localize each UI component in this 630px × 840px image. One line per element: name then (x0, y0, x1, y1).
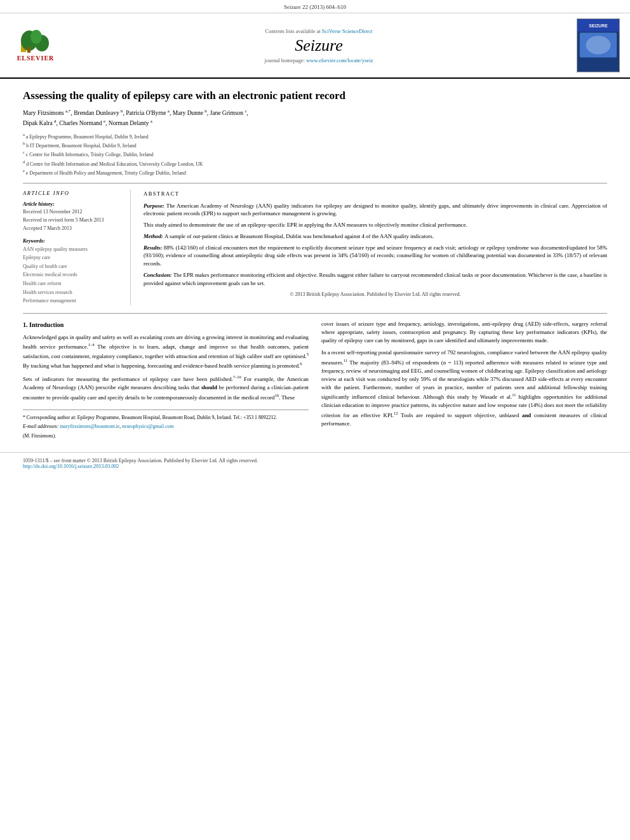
svg-point-9 (586, 36, 611, 54)
keyword-6: Health services research (23, 288, 121, 297)
author-mary-f: Mary Fitzsimons a,* (23, 110, 70, 116)
keyword-7: Performance management (23, 297, 121, 305)
body-right-para2: In a recent self-reporting postal questi… (321, 349, 607, 427)
abstract-header: ABSTRACT (144, 190, 607, 197)
svg-point-3 (30, 30, 42, 44)
doi-link[interactable]: http://dx.doi.org/10.1016/j.seizure.2013… (23, 463, 119, 469)
section-divider (23, 313, 607, 314)
keywords-label: Keywords: (23, 238, 121, 244)
journal-center: Contents lists available at SciVerse Sci… (67, 28, 570, 63)
keyword-1: AAN epilepsy quality measures (23, 245, 121, 254)
body-section: 1. Introduction Acknowledged gaps in qua… (23, 320, 607, 442)
sciverse-link[interactable]: SciVerse ScienceDirect (322, 28, 373, 34)
svg-rect-10 (577, 59, 619, 71)
date-accepted: Accepted 7 March 2013 (23, 225, 121, 233)
affil-e: e e Department of Health Policy and Mana… (23, 168, 607, 177)
body-left-col: 1. Introduction Acknowledged gaps in qua… (23, 320, 309, 442)
footer-issn: 1059-1311/$ – see front matter © 2013 Br… (23, 458, 607, 463)
section1-heading: 1. Introduction (23, 320, 309, 330)
info-abstract-section: ARTICLE INFO Article history: Received 1… (23, 190, 607, 305)
author-brendan: Brendan Dunleavy b (74, 110, 123, 116)
email-link2[interactable]: neurophysics@gmail.com (122, 423, 173, 429)
footnote-area: * Corresponding author at: Epilepsy Prog… (23, 410, 309, 440)
affil-d: d d Centre for Health Information and Me… (23, 159, 607, 168)
author-jane: Jane Grimson c (210, 110, 247, 116)
footnote-corresponding: * Corresponding author at: Epilepsy Prog… (23, 414, 309, 422)
article-title: Assessing the quality of epilepsy care w… (23, 89, 607, 103)
abstract-purpose: Purpose: The American Academy of Neurolo… (144, 202, 607, 218)
abstract-method: Method: A sample of out-patient clinics … (144, 232, 607, 241)
affil-c: c c Centre for Health Informatics, Trini… (23, 149, 607, 158)
body-right-col: cover issues of seizure type and frequen… (321, 320, 607, 442)
journal-homepage: journal homepage: www.elsevier.com/locat… (67, 57, 570, 63)
date-revised: Received in revised form 5 March 2013 (23, 217, 121, 225)
abstract-study-aim: This study aimed to demonstrate the use … (144, 221, 607, 229)
divider-1 (23, 183, 607, 183)
svg-rect-4 (27, 47, 30, 53)
abstract-copyright: © 2013 British Epilepsy Association. Pub… (144, 291, 607, 298)
abstract-results: Results: 88% (142/160) of clinical encou… (144, 244, 607, 268)
author-norman: Norman Delanty a (109, 120, 152, 126)
keyword-3: Quality of health care (23, 262, 121, 271)
footer-doi: http://dx.doi.org/10.1016/j.seizure.2013… (23, 463, 607, 469)
elsevier-text: ELSEVIER (17, 55, 55, 62)
email-link1[interactable]: maryfitzsimons@beaumont.ie (60, 423, 119, 429)
author-mary-d: Mary Dunne b (173, 110, 207, 116)
footnote-email-note: (M. Fitzsimons). (23, 432, 309, 440)
bottom-footer: 1059-1311/$ – see front matter © 2013 Br… (0, 452, 630, 473)
author-patricia: Patricia O'Byrne a (126, 110, 170, 116)
affiliations: a a Epilepsy Programme, Beaumont Hospita… (23, 131, 607, 177)
affil-a: a a Epilepsy Programme, Beaumont Hospita… (23, 131, 607, 140)
authors-line: Mary Fitzsimons a,*, Brendan Dunleavy b,… (23, 108, 607, 128)
email-label: E-mail addresses: (23, 423, 58, 429)
homepage-url[interactable]: www.elsevier.com/locate/yseiz (306, 57, 373, 63)
elsevier-tree-icon (20, 29, 51, 53)
journal-title: Seizure (67, 36, 570, 55)
keyword-2: Epilepsy care (23, 253, 121, 262)
affil-b: b b IT Department, Beaumont Hospital, Du… (23, 140, 607, 149)
body-para1: Acknowledged gaps in quality and safety … (23, 333, 309, 371)
sciverse-prefix: Contents lists available at (265, 28, 322, 34)
article-container: Assessing the quality of epilepsy care w… (0, 79, 630, 452)
body-para2: Sets of indicators for measuring the per… (23, 374, 309, 401)
keyword-4: Electronic medical records (23, 270, 121, 279)
journal-cover-image: SEIZURE (577, 18, 620, 72)
article-info-col: ARTICLE INFO Article history: Received 1… (23, 190, 131, 305)
top-header: Seizure 22 (2013) 604–610 (0, 0, 630, 13)
author-charles: Charles Normand e (59, 120, 105, 126)
abstract-col: ABSTRACT Purpose: The American Academy o… (144, 190, 607, 305)
author-dipak: Dipak Kalra d (23, 120, 57, 126)
journal-reference: Seizure 22 (2013) 604–610 (284, 4, 346, 10)
date-received: Received 13 November 2012 (23, 208, 121, 217)
article-info-header: ARTICLE INFO (23, 190, 121, 196)
history-label: Article history: (23, 201, 121, 207)
elsevier-logo: ELSEVIER (10, 29, 61, 62)
footnote-email: E-mail addresses: maryfitzsimons@beaumon… (23, 423, 309, 430)
keyword-5: Health care reform (23, 279, 121, 288)
sciverse-line: Contents lists available at SciVerse Sci… (67, 28, 570, 34)
journal-banner: ELSEVIER Contents lists available at Sci… (0, 13, 630, 79)
body-right-para1: cover issues of seizure type and frequen… (321, 320, 607, 345)
svg-text:SEIZURE: SEIZURE (589, 23, 608, 28)
abstract-conclusion: Conclusion: The EPR makes performance mo… (144, 271, 607, 288)
homepage-prefix: journal homepage: (265, 57, 307, 63)
